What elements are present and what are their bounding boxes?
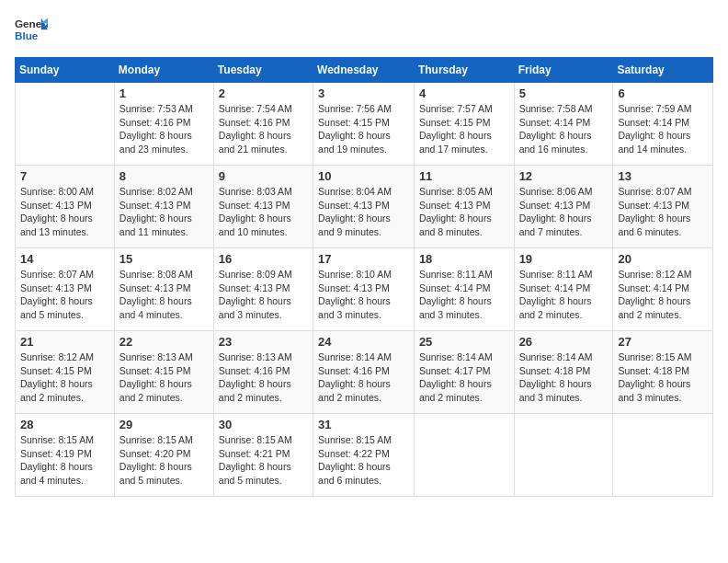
calendar-cell: 21Sunrise: 8:12 AMSunset: 4:15 PMDayligh… xyxy=(16,331,115,414)
calendar-cell: 10Sunrise: 8:04 AMSunset: 4:13 PMDayligh… xyxy=(313,166,415,248)
col-header-tuesday: Tuesday xyxy=(213,58,313,83)
calendar-cell: 30Sunrise: 8:15 AMSunset: 4:21 PMDayligh… xyxy=(213,414,313,497)
calendar-cell: 16Sunrise: 8:09 AMSunset: 4:13 PMDayligh… xyxy=(213,248,313,331)
page-header: General Blue xyxy=(15,15,713,48)
day-info: Sunrise: 8:05 AMSunset: 4:13 PMDaylight:… xyxy=(419,185,509,239)
calendar-week-5: 28Sunrise: 8:15 AMSunset: 4:19 PMDayligh… xyxy=(16,414,713,497)
day-info: Sunrise: 7:53 AMSunset: 4:16 PMDaylight:… xyxy=(119,102,209,156)
day-info: Sunrise: 8:02 AMSunset: 4:13 PMDaylight:… xyxy=(119,185,209,239)
day-info: Sunrise: 8:06 AMSunset: 4:13 PMDaylight:… xyxy=(519,185,609,239)
calendar-cell: 29Sunrise: 8:15 AMSunset: 4:20 PMDayligh… xyxy=(114,414,213,497)
day-number: 4 xyxy=(419,86,509,100)
day-info: Sunrise: 8:07 AMSunset: 4:13 PMDaylight:… xyxy=(20,268,109,322)
col-header-sunday: Sunday xyxy=(16,58,115,83)
day-info: Sunrise: 8:10 AMSunset: 4:13 PMDaylight:… xyxy=(318,268,409,322)
calendar-cell xyxy=(613,414,713,497)
day-info: Sunrise: 7:56 AMSunset: 4:15 PMDaylight:… xyxy=(318,102,409,156)
day-number: 20 xyxy=(618,252,708,266)
calendar-cell: 12Sunrise: 8:06 AMSunset: 4:13 PMDayligh… xyxy=(514,166,613,248)
day-info: Sunrise: 8:11 AMSunset: 4:14 PMDaylight:… xyxy=(419,268,509,322)
calendar-cell: 7Sunrise: 8:00 AMSunset: 4:13 PMDaylight… xyxy=(16,166,115,248)
calendar-cell: 17Sunrise: 8:10 AMSunset: 4:13 PMDayligh… xyxy=(313,248,415,331)
calendar-cell: 25Sunrise: 8:14 AMSunset: 4:17 PMDayligh… xyxy=(414,331,514,414)
day-number: 31 xyxy=(318,418,409,431)
day-number: 18 xyxy=(419,252,509,266)
day-number: 29 xyxy=(119,418,209,431)
calendar-cell: 1Sunrise: 7:53 AMSunset: 4:16 PMDaylight… xyxy=(114,83,213,166)
day-number: 12 xyxy=(519,169,609,183)
day-number: 1 xyxy=(119,86,209,100)
day-number: 9 xyxy=(219,169,308,183)
day-number: 11 xyxy=(419,169,509,183)
calendar-cell: 24Sunrise: 8:14 AMSunset: 4:16 PMDayligh… xyxy=(313,331,415,414)
calendar-week-1: 1Sunrise: 7:53 AMSunset: 4:16 PMDaylight… xyxy=(16,83,713,166)
day-number: 21 xyxy=(20,335,109,349)
day-info: Sunrise: 8:14 AMSunset: 4:18 PMDaylight:… xyxy=(519,350,609,405)
day-info: Sunrise: 7:57 AMSunset: 4:15 PMDaylight:… xyxy=(419,102,509,156)
calendar-cell: 20Sunrise: 8:12 AMSunset: 4:14 PMDayligh… xyxy=(613,248,713,331)
logo-icon: General Blue xyxy=(15,15,48,48)
day-info: Sunrise: 7:58 AMSunset: 4:14 PMDaylight:… xyxy=(519,102,609,156)
calendar-cell: 19Sunrise: 8:11 AMSunset: 4:14 PMDayligh… xyxy=(514,248,613,331)
day-number: 30 xyxy=(219,418,308,431)
day-number: 28 xyxy=(20,418,109,431)
day-info: Sunrise: 8:12 AMSunset: 4:14 PMDaylight:… xyxy=(618,268,708,322)
day-info: Sunrise: 8:15 AMSunset: 4:19 PMDaylight:… xyxy=(20,433,109,488)
day-number: 13 xyxy=(618,169,708,183)
day-info: Sunrise: 7:59 AMSunset: 4:14 PMDaylight:… xyxy=(618,102,708,156)
calendar-cell: 14Sunrise: 8:07 AMSunset: 4:13 PMDayligh… xyxy=(16,248,115,331)
day-info: Sunrise: 8:07 AMSunset: 4:13 PMDaylight:… xyxy=(618,185,708,239)
day-info: Sunrise: 8:15 AMSunset: 4:22 PMDaylight:… xyxy=(318,433,409,488)
day-info: Sunrise: 8:13 AMSunset: 4:15 PMDaylight:… xyxy=(119,350,209,405)
day-info: Sunrise: 8:03 AMSunset: 4:13 PMDaylight:… xyxy=(219,185,308,239)
calendar-cell: 31Sunrise: 8:15 AMSunset: 4:22 PMDayligh… xyxy=(313,414,415,497)
day-info: Sunrise: 8:12 AMSunset: 4:15 PMDaylight:… xyxy=(20,350,109,405)
day-number: 2 xyxy=(219,86,308,100)
svg-text:Blue: Blue xyxy=(15,29,39,41)
calendar-week-2: 7Sunrise: 8:00 AMSunset: 4:13 PMDaylight… xyxy=(16,166,713,248)
calendar-table: SundayMondayTuesdayWednesdayThursdayFrid… xyxy=(15,57,713,497)
calendar-cell: 8Sunrise: 8:02 AMSunset: 4:13 PMDaylight… xyxy=(114,166,213,248)
day-number: 16 xyxy=(219,252,308,266)
calendar-cell: 18Sunrise: 8:11 AMSunset: 4:14 PMDayligh… xyxy=(414,248,514,331)
calendar-cell: 13Sunrise: 8:07 AMSunset: 4:13 PMDayligh… xyxy=(613,166,713,248)
day-info: Sunrise: 8:11 AMSunset: 4:14 PMDaylight:… xyxy=(519,268,609,322)
calendar-cell: 6Sunrise: 7:59 AMSunset: 4:14 PMDaylight… xyxy=(613,83,713,166)
day-info: Sunrise: 8:15 AMSunset: 4:21 PMDaylight:… xyxy=(219,433,308,488)
day-number: 23 xyxy=(219,335,308,349)
calendar-cell: 2Sunrise: 7:54 AMSunset: 4:16 PMDaylight… xyxy=(213,83,313,166)
day-number: 24 xyxy=(318,335,409,349)
calendar-cell: 15Sunrise: 8:08 AMSunset: 4:13 PMDayligh… xyxy=(114,248,213,331)
day-number: 26 xyxy=(519,335,609,349)
calendar-cell: 11Sunrise: 8:05 AMSunset: 4:13 PMDayligh… xyxy=(414,166,514,248)
col-header-monday: Monday xyxy=(114,58,213,83)
day-number: 27 xyxy=(618,335,708,349)
col-header-saturday: Saturday xyxy=(613,58,713,83)
day-info: Sunrise: 8:15 AMSunset: 4:20 PMDaylight:… xyxy=(119,433,209,488)
day-number: 14 xyxy=(20,252,109,266)
day-number: 6 xyxy=(618,86,708,100)
day-number: 7 xyxy=(20,169,109,183)
calendar-cell: 4Sunrise: 7:57 AMSunset: 4:15 PMDaylight… xyxy=(414,83,514,166)
calendar-cell: 23Sunrise: 8:13 AMSunset: 4:16 PMDayligh… xyxy=(213,331,313,414)
calendar-cell: 27Sunrise: 8:15 AMSunset: 4:18 PMDayligh… xyxy=(613,331,713,414)
day-number: 22 xyxy=(119,335,209,349)
day-info: Sunrise: 8:14 AMSunset: 4:17 PMDaylight:… xyxy=(419,350,509,405)
calendar-cell xyxy=(16,83,115,166)
calendar-week-3: 14Sunrise: 8:07 AMSunset: 4:13 PMDayligh… xyxy=(16,248,713,331)
day-number: 8 xyxy=(119,169,209,183)
calendar-week-4: 21Sunrise: 8:12 AMSunset: 4:15 PMDayligh… xyxy=(16,331,713,414)
day-number: 17 xyxy=(318,252,409,266)
calendar-cell: 28Sunrise: 8:15 AMSunset: 4:19 PMDayligh… xyxy=(16,414,115,497)
day-info: Sunrise: 7:54 AMSunset: 4:16 PMDaylight:… xyxy=(219,102,308,156)
day-number: 25 xyxy=(419,335,509,349)
calendar-cell: 22Sunrise: 8:13 AMSunset: 4:15 PMDayligh… xyxy=(114,331,213,414)
calendar-cell: 9Sunrise: 8:03 AMSunset: 4:13 PMDaylight… xyxy=(213,166,313,248)
calendar-cell xyxy=(414,414,514,497)
col-header-friday: Friday xyxy=(514,58,613,83)
day-info: Sunrise: 8:00 AMSunset: 4:13 PMDaylight:… xyxy=(20,185,109,239)
day-info: Sunrise: 8:14 AMSunset: 4:16 PMDaylight:… xyxy=(318,350,409,405)
col-header-thursday: Thursday xyxy=(414,58,514,83)
day-number: 3 xyxy=(318,86,409,100)
day-info: Sunrise: 8:04 AMSunset: 4:13 PMDaylight:… xyxy=(318,185,409,239)
